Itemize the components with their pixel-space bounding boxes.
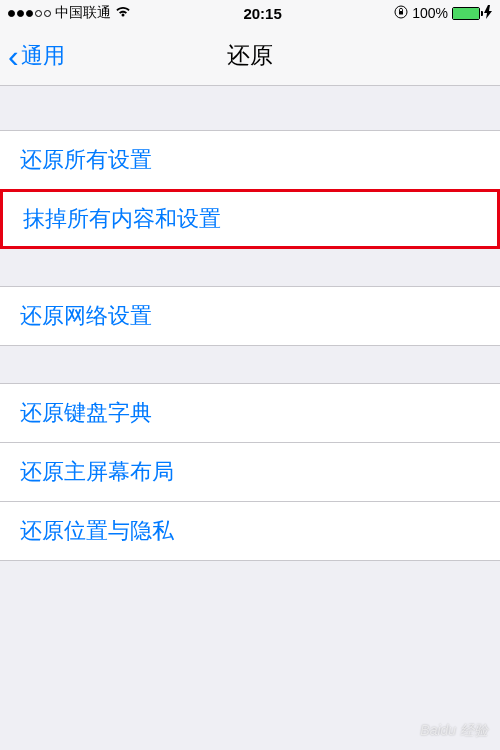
status-time: 20:15: [131, 5, 394, 22]
status-left: 中国联通: [8, 4, 131, 22]
watermark: Baidu 经验: [420, 722, 488, 740]
item-label: 抹掉所有内容和设置: [23, 204, 221, 234]
item-label: 还原键盘字典: [20, 398, 152, 428]
status-right: 100%: [394, 5, 492, 22]
chevron-left-icon: ‹: [8, 40, 19, 72]
signal-strength-icon: [8, 10, 51, 17]
svg-rect-1: [399, 11, 403, 15]
reset-network-settings[interactable]: 还原网络设置: [0, 286, 500, 346]
item-label: 还原位置与隐私: [20, 516, 174, 546]
page-title: 还原: [227, 40, 273, 71]
battery-percent: 100%: [412, 5, 448, 21]
back-button[interactable]: ‹ 通用: [0, 40, 65, 72]
reset-keyboard-dictionary[interactable]: 还原键盘字典: [0, 383, 500, 443]
group-spacer: [0, 86, 500, 130]
orientation-lock-icon: [394, 5, 408, 22]
item-label: 还原所有设置: [20, 145, 152, 175]
reset-home-screen-layout[interactable]: 还原主屏幕布局: [0, 442, 500, 502]
battery-icon: [452, 7, 480, 20]
carrier-label: 中国联通: [55, 4, 111, 22]
charging-icon: [484, 5, 492, 22]
reset-all-settings[interactable]: 还原所有设置: [0, 130, 500, 190]
navigation-bar: ‹ 通用 还原: [0, 26, 500, 86]
group-spacer: [0, 248, 500, 286]
group-spacer: [0, 345, 500, 383]
wifi-icon: [115, 5, 131, 21]
reset-location-privacy[interactable]: 还原位置与隐私: [0, 501, 500, 561]
item-label: 还原网络设置: [20, 301, 152, 331]
status-bar: 中国联通 20:15 100%: [0, 0, 500, 26]
erase-all-content-settings[interactable]: 抹掉所有内容和设置: [0, 189, 500, 249]
back-label: 通用: [21, 41, 65, 71]
item-label: 还原主屏幕布局: [20, 457, 174, 487]
